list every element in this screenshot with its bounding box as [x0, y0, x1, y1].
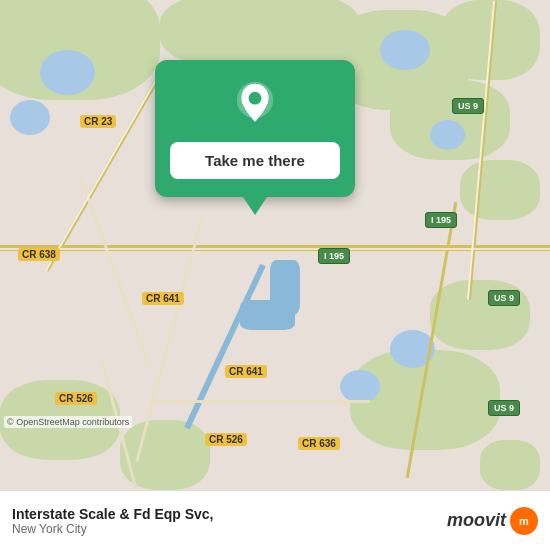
shield-us9b: US 9 — [488, 290, 520, 306]
location-city: New York City — [12, 522, 214, 536]
road-cr526-h — [150, 400, 370, 403]
green-area — [480, 440, 540, 490]
take-me-there-button[interactable]: Take me there — [170, 142, 340, 179]
location-info: Interstate Scale & Fd Eqp Svc, New York … — [12, 506, 214, 536]
water-body — [340, 370, 380, 403]
location-name: Interstate Scale & Fd Eqp Svc, — [12, 506, 214, 522]
road-label-cr526a: CR 526 — [55, 392, 97, 405]
shield-us9c: US 9 — [488, 400, 520, 416]
shield-i195b: I 195 — [425, 212, 457, 228]
moovit-text: moovit — [447, 510, 506, 531]
moovit-dot-icon: m — [515, 512, 533, 530]
water-body — [380, 30, 430, 70]
popup-tail — [243, 197, 267, 215]
water-body — [430, 120, 465, 150]
road-label-cr636: CR 636 — [298, 437, 340, 450]
shield-us9a: US 9 — [452, 98, 484, 114]
location-pin-icon — [230, 80, 280, 130]
road-label-cr641b: CR 641 — [225, 365, 267, 378]
bottom-bar: Interstate Scale & Fd Eqp Svc, New York … — [0, 490, 550, 550]
map-container[interactable]: CR 23 CR 638 CR 641 CR 641 CR 526 CR 526… — [0, 0, 550, 490]
road-label-cr526b: CR 526 — [205, 433, 247, 446]
moovit-logo: moovit m — [447, 507, 538, 535]
moovit-icon: m — [510, 507, 538, 535]
svg-point-3 — [249, 92, 262, 105]
road-label-cr23: CR 23 — [80, 115, 116, 128]
osm-attribution: © OpenStreetMap contributors — [4, 416, 132, 428]
water-body — [10, 100, 50, 135]
highway-195-line — [0, 248, 550, 250]
popup-card: Take me there — [155, 60, 355, 197]
svg-text:m: m — [519, 515, 529, 527]
shield-i195a: I 195 — [318, 248, 350, 264]
road-label-cr638: CR 638 — [18, 248, 60, 261]
river — [270, 260, 300, 315]
green-area — [460, 160, 540, 220]
road-label-cr641a: CR 641 — [142, 292, 184, 305]
water-body — [40, 50, 95, 95]
